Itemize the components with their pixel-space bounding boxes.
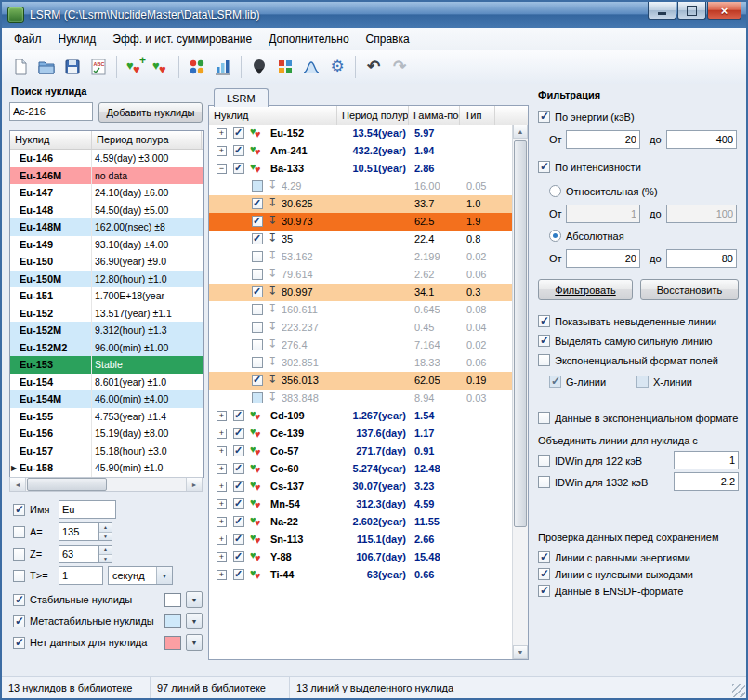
absolute-to-input[interactable]: [666, 249, 737, 268]
spin-up-icon[interactable]: ▲: [99, 546, 112, 555]
a-stepper[interactable]: ▲▼: [59, 522, 112, 541]
menu-item-4[interactable]: Справка: [358, 28, 418, 50]
spellcheck-icon[interactable]: ABC: [85, 54, 112, 80]
line-checkbox[interactable]: [252, 322, 263, 333]
equal-energy-row[interactable]: Линии с равными энергиями: [538, 550, 690, 564]
scroll-track[interactable]: [513, 139, 528, 645]
tree-nuclide-row[interactable]: +♥♥Sn-113115.1(day)2.66: [209, 531, 512, 548]
expand-toggle-icon[interactable]: −: [217, 164, 227, 174]
nodata-checkbox[interactable]: [13, 637, 25, 649]
line-checkbox[interactable]: [252, 357, 263, 368]
remove-nuclide-icon[interactable]: ♥♥: [148, 54, 174, 80]
line-checkbox[interactable]: [252, 180, 263, 192]
menu-item-1[interactable]: Нуклид: [50, 28, 105, 50]
by-intensity-row[interactable]: По интенсивности: [538, 160, 641, 174]
tree-line-row[interactable]: ↧276.47.1640.02: [209, 337, 512, 354]
tree-line-row[interactable]: ↧223.2370.450.04: [209, 319, 512, 337]
relative-radio-row[interactable]: Относительная (%): [549, 184, 658, 198]
g-lines-row[interactable]: G-линии: [549, 375, 606, 389]
by-energy-row[interactable]: По энергии (кэВ): [538, 110, 635, 124]
nuclide-row[interactable]: Eu-14993.10(day) ±4.00: [10, 236, 203, 254]
line-checkbox[interactable]: [252, 269, 263, 280]
tree-line-row[interactable]: ↧30.62533.71.0: [209, 195, 512, 213]
spin-down-icon[interactable]: ▼: [99, 533, 112, 541]
energy-to-input[interactable]: [666, 130, 737, 149]
stable-color-dropdown-icon[interactable]: ▼: [186, 591, 203, 608]
tree-line-row[interactable]: ↧160.6110.6450.08: [209, 301, 512, 319]
nuclide-column-header[interactable]: Период полура: [92, 131, 202, 149]
x-lines-row[interactable]: X-линии: [636, 375, 692, 389]
tree-line-row[interactable]: ↧30.97362.51.9: [209, 213, 512, 231]
absolute-radio[interactable]: [549, 230, 561, 242]
exp-field-format-checkbox[interactable]: [538, 354, 550, 366]
vertical-scrollbar[interactable]: ▲ ▼: [512, 125, 528, 659]
expand-toggle-icon[interactable]: +: [217, 429, 227, 439]
nuclide-checkbox[interactable]: [233, 163, 244, 174]
nuclide-row[interactable]: Eu-15715.18(hour) ±3.0: [10, 442, 203, 460]
nuclide-row[interactable]: Eu-146Mno data: [10, 167, 203, 185]
nuclide-row[interactable]: Eu-1554.753(year) ±1.4: [10, 408, 203, 426]
nuclide-checkbox[interactable]: [233, 428, 244, 439]
x-lines-checkbox[interactable]: [636, 376, 649, 388]
nuclide-row[interactable]: Eu-14724.10(day) ±6.00: [10, 184, 203, 202]
idwin1332-row[interactable]: IDWin для 1332 кэВ: [538, 475, 648, 489]
nuclide-column-header[interactable]: Нуклид: [10, 131, 92, 149]
idwin1332-input[interactable]: [674, 472, 739, 491]
highlight-strongest-row[interactable]: Выделять самую сильную линию: [538, 334, 712, 348]
ensdf-format-checkbox[interactable]: [538, 585, 550, 597]
nuclide-checkbox[interactable]: [233, 145, 244, 156]
a-checkbox[interactable]: [13, 526, 25, 538]
spin-down-icon[interactable]: ▼: [99, 555, 112, 563]
horizontal-scrollbar[interactable]: ◄ ►: [9, 477, 203, 492]
zero-yield-row[interactable]: Линии с нулевыми выходами: [538, 567, 693, 581]
z-checkbox[interactable]: [13, 548, 25, 561]
tree-line-row[interactable]: ↧302.85118.330.06: [209, 354, 512, 372]
name-checkbox[interactable]: [13, 504, 25, 516]
zero-yield-checkbox[interactable]: [538, 568, 550, 580]
stable-color-swatch[interactable]: [164, 593, 181, 607]
tree-line-row[interactable]: ↧79.6142.620.06: [209, 266, 512, 284]
chevron-down-icon[interactable]: ▼: [156, 567, 172, 584]
nodata-color-dropdown-icon[interactable]: ▼: [186, 634, 203, 651]
expand-toggle-icon[interactable]: +: [217, 128, 227, 139]
expand-toggle-icon[interactable]: +: [217, 482, 227, 492]
open-library-icon[interactable]: [33, 54, 59, 80]
scroll-thumb[interactable]: [27, 478, 107, 491]
nuclide-row[interactable]: Eu-15036.90(year) ±9.0: [10, 253, 203, 271]
nuclide-checkbox[interactable]: [233, 498, 244, 509]
metastable-color-swatch[interactable]: [164, 614, 181, 628]
nuclide-row[interactable]: Eu-15213.517(year) ±1.1: [10, 305, 203, 323]
name-input[interactable]: [59, 500, 116, 519]
tree-nuclide-row[interactable]: +♥♥Eu-15213.54(year)5.97: [209, 125, 512, 142]
minimize-button[interactable]: [648, 2, 676, 20]
tree-line-row[interactable]: ↧80.99734.10.3: [209, 284, 512, 301]
new-file-icon[interactable]: [7, 54, 33, 80]
peak-icon[interactable]: [298, 54, 324, 80]
scroll-thumb[interactable]: [514, 140, 527, 527]
z-stepper[interactable]: ▲▼: [59, 545, 112, 563]
tree-nuclide-row[interactable]: +♥♥Mn-54312.3(day)4.59: [209, 495, 512, 513]
halflife-input[interactable]: [59, 566, 103, 585]
equal-energy-checkbox[interactable]: [538, 551, 550, 563]
resize-grip[interactable]: [732, 684, 745, 697]
nuclide-row[interactable]: Eu-1548.601(year) ±1.0: [10, 374, 203, 391]
exp-data-format-checkbox[interactable]: [538, 412, 550, 424]
scroll-right-arrow[interactable]: ►: [186, 478, 202, 491]
metastable-color-dropdown-icon[interactable]: ▼: [186, 613, 203, 629]
expand-toggle-icon[interactable]: +: [217, 464, 227, 474]
by-energy-checkbox[interactable]: [538, 111, 550, 123]
tree-nuclide-row[interactable]: +♥♥Co-605.274(year)12.48: [209, 460, 512, 478]
tree-nuclide-row[interactable]: +♥♥Y-88106.7(day)15.48: [209, 548, 512, 566]
nuclide-row[interactable]: Eu-1464.59(day) ±3.000: [10, 150, 203, 167]
nuclide-checkbox[interactable]: [233, 569, 244, 580]
expand-toggle-icon[interactable]: +: [217, 517, 227, 527]
add-nuclides-button[interactable]: Добавить нуклиды: [98, 102, 203, 123]
show-unselected-row[interactable]: Показывать невыделенные линии: [538, 314, 716, 328]
nuclide-row[interactable]: Eu-15615.19(day) ±8.00: [10, 425, 203, 442]
line-checkbox[interactable]: [252, 392, 263, 403]
nuclide-row[interactable]: Eu-1511.700E+18(year: [10, 287, 203, 305]
line-checkbox[interactable]: [252, 233, 263, 244]
title-bar[interactable]: LSRM (C:\Lsrm\NuclideMaster\Data\LSRM.li…: [2, 2, 746, 28]
scroll-left-arrow[interactable]: ◄: [10, 478, 26, 491]
filter-button[interactable]: Фильтровать: [538, 279, 633, 300]
